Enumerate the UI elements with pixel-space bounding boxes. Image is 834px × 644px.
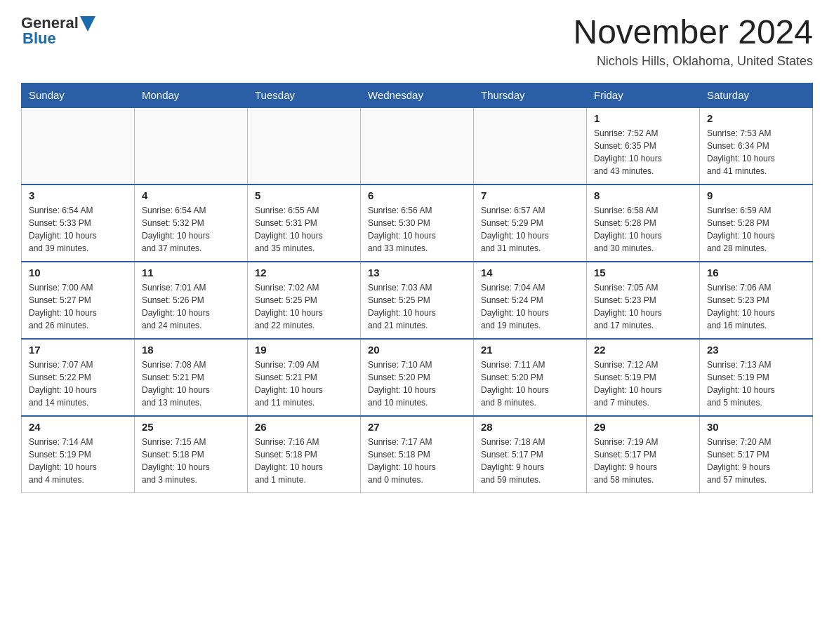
day-info: Sunrise: 7:07 AM Sunset: 5:22 PM Dayligh… <box>29 358 127 409</box>
calendar-cell: 7Sunrise: 6:57 AM Sunset: 5:29 PM Daylig… <box>474 185 587 262</box>
weekday-header-tuesday: Tuesday <box>248 83 361 107</box>
calendar-cell: 17Sunrise: 7:07 AM Sunset: 5:22 PM Dayli… <box>22 339 135 416</box>
calendar-cell: 16Sunrise: 7:06 AM Sunset: 5:23 PM Dayli… <box>700 262 813 339</box>
month-title: November 2024 <box>573 14 813 51</box>
calendar-cell <box>22 107 135 185</box>
calendar-cell: 27Sunrise: 7:17 AM Sunset: 5:18 PM Dayli… <box>361 416 474 493</box>
logo-triangle-icon <box>80 16 95 32</box>
day-info: Sunrise: 7:53 AM Sunset: 6:34 PM Dayligh… <box>707 127 805 177</box>
calendar-cell: 9Sunrise: 6:59 AM Sunset: 5:28 PM Daylig… <box>700 185 813 262</box>
day-info: Sunrise: 7:03 AM Sunset: 5:25 PM Dayligh… <box>368 281 466 332</box>
day-info: Sunrise: 6:55 AM Sunset: 5:31 PM Dayligh… <box>255 204 353 255</box>
week-row-2: 3Sunrise: 6:54 AM Sunset: 5:33 PM Daylig… <box>22 185 813 262</box>
day-number: 1 <box>594 112 692 124</box>
day-number: 8 <box>594 189 692 201</box>
day-info: Sunrise: 7:08 AM Sunset: 5:21 PM Dayligh… <box>142 358 240 409</box>
title-area: November 2024 Nichols Hills, Oklahoma, U… <box>573 14 813 69</box>
calendar-cell: 19Sunrise: 7:09 AM Sunset: 5:21 PM Dayli… <box>248 339 361 416</box>
week-row-1: 1Sunrise: 7:52 AM Sunset: 6:35 PM Daylig… <box>22 107 813 185</box>
day-number: 23 <box>707 344 805 356</box>
day-number: 2 <box>707 112 805 124</box>
day-info: Sunrise: 7:16 AM Sunset: 5:18 PM Dayligh… <box>255 436 353 486</box>
day-info: Sunrise: 7:09 AM Sunset: 5:21 PM Dayligh… <box>255 358 353 409</box>
weekday-header-wednesday: Wednesday <box>361 83 474 107</box>
week-row-3: 10Sunrise: 7:00 AM Sunset: 5:27 PM Dayli… <box>22 262 813 339</box>
day-number: 22 <box>594 344 692 356</box>
day-info: Sunrise: 6:57 AM Sunset: 5:29 PM Dayligh… <box>481 204 579 255</box>
weekday-header-saturday: Saturday <box>700 83 813 107</box>
day-number: 21 <box>481 344 579 356</box>
day-number: 13 <box>368 267 466 279</box>
day-number: 7 <box>481 189 579 201</box>
day-number: 28 <box>481 421 579 433</box>
day-info: Sunrise: 7:02 AM Sunset: 5:25 PM Dayligh… <box>255 281 353 332</box>
day-number: 17 <box>29 344 127 356</box>
calendar-cell <box>135 107 248 185</box>
day-info: Sunrise: 7:01 AM Sunset: 5:26 PM Dayligh… <box>142 281 240 332</box>
day-number: 18 <box>142 344 240 356</box>
logo-blue-text: Blue <box>22 29 56 48</box>
calendar-cell: 30Sunrise: 7:20 AM Sunset: 5:17 PM Dayli… <box>700 416 813 493</box>
calendar-cell <box>248 107 361 185</box>
day-info: Sunrise: 7:52 AM Sunset: 6:35 PM Dayligh… <box>594 127 692 177</box>
calendar-cell: 12Sunrise: 7:02 AM Sunset: 5:25 PM Dayli… <box>248 262 361 339</box>
calendar-cell: 18Sunrise: 7:08 AM Sunset: 5:21 PM Dayli… <box>135 339 248 416</box>
day-number: 26 <box>255 421 353 433</box>
day-info: Sunrise: 7:18 AM Sunset: 5:17 PM Dayligh… <box>481 436 579 486</box>
calendar-cell: 21Sunrise: 7:11 AM Sunset: 5:20 PM Dayli… <box>474 339 587 416</box>
calendar-cell: 25Sunrise: 7:15 AM Sunset: 5:18 PM Dayli… <box>135 416 248 493</box>
day-info: Sunrise: 7:14 AM Sunset: 5:19 PM Dayligh… <box>29 436 127 486</box>
day-number: 19 <box>255 344 353 356</box>
day-number: 4 <box>142 189 240 201</box>
weekday-header-row: SundayMondayTuesdayWednesdayThursdayFrid… <box>22 83 813 107</box>
weekday-header-thursday: Thursday <box>474 83 587 107</box>
calendar-cell: 22Sunrise: 7:12 AM Sunset: 5:19 PM Dayli… <box>587 339 700 416</box>
week-row-4: 17Sunrise: 7:07 AM Sunset: 5:22 PM Dayli… <box>22 339 813 416</box>
day-number: 5 <box>255 189 353 201</box>
day-number: 16 <box>707 267 805 279</box>
day-number: 20 <box>368 344 466 356</box>
day-info: Sunrise: 7:17 AM Sunset: 5:18 PM Dayligh… <box>368 436 466 486</box>
day-number: 11 <box>142 267 240 279</box>
day-number: 14 <box>481 267 579 279</box>
weekday-header-monday: Monday <box>135 83 248 107</box>
calendar-cell: 24Sunrise: 7:14 AM Sunset: 5:19 PM Dayli… <box>22 416 135 493</box>
calendar-table: SundayMondayTuesdayWednesdayThursdayFrid… <box>21 83 813 494</box>
calendar-cell: 5Sunrise: 6:55 AM Sunset: 5:31 PM Daylig… <box>248 185 361 262</box>
day-number: 10 <box>29 267 127 279</box>
day-number: 3 <box>29 189 127 201</box>
svg-marker-0 <box>80 16 95 32</box>
day-info: Sunrise: 7:15 AM Sunset: 5:18 PM Dayligh… <box>142 436 240 486</box>
calendar-cell: 1Sunrise: 7:52 AM Sunset: 6:35 PM Daylig… <box>587 107 700 185</box>
week-row-5: 24Sunrise: 7:14 AM Sunset: 5:19 PM Dayli… <box>22 416 813 493</box>
logo: General Blue <box>21 14 95 48</box>
calendar-cell: 11Sunrise: 7:01 AM Sunset: 5:26 PM Dayli… <box>135 262 248 339</box>
day-info: Sunrise: 6:54 AM Sunset: 5:32 PM Dayligh… <box>142 204 240 255</box>
day-info: Sunrise: 6:56 AM Sunset: 5:30 PM Dayligh… <box>368 204 466 255</box>
weekday-header-friday: Friday <box>587 83 700 107</box>
day-info: Sunrise: 6:58 AM Sunset: 5:28 PM Dayligh… <box>594 204 692 255</box>
calendar-cell: 10Sunrise: 7:00 AM Sunset: 5:27 PM Dayli… <box>22 262 135 339</box>
day-info: Sunrise: 7:12 AM Sunset: 5:19 PM Dayligh… <box>594 358 692 409</box>
day-number: 24 <box>29 421 127 433</box>
day-info: Sunrise: 7:05 AM Sunset: 5:23 PM Dayligh… <box>594 281 692 332</box>
calendar-cell: 6Sunrise: 6:56 AM Sunset: 5:30 PM Daylig… <box>361 185 474 262</box>
day-info: Sunrise: 7:19 AM Sunset: 5:17 PM Dayligh… <box>594 436 692 486</box>
calendar-cell <box>361 107 474 185</box>
calendar-cell: 8Sunrise: 6:58 AM Sunset: 5:28 PM Daylig… <box>587 185 700 262</box>
calendar-cell: 14Sunrise: 7:04 AM Sunset: 5:24 PM Dayli… <box>474 262 587 339</box>
day-number: 29 <box>594 421 692 433</box>
day-number: 25 <box>142 421 240 433</box>
header: General Blue November 2024 Nichols Hills… <box>21 14 813 69</box>
day-number: 30 <box>707 421 805 433</box>
day-number: 12 <box>255 267 353 279</box>
day-number: 27 <box>368 421 466 433</box>
calendar-cell: 2Sunrise: 7:53 AM Sunset: 6:34 PM Daylig… <box>700 107 813 185</box>
day-info: Sunrise: 7:00 AM Sunset: 5:27 PM Dayligh… <box>29 281 127 332</box>
day-info: Sunrise: 7:11 AM Sunset: 5:20 PM Dayligh… <box>481 358 579 409</box>
day-info: Sunrise: 7:20 AM Sunset: 5:17 PM Dayligh… <box>707 436 805 486</box>
day-info: Sunrise: 6:59 AM Sunset: 5:28 PM Dayligh… <box>707 204 805 255</box>
calendar-cell: 20Sunrise: 7:10 AM Sunset: 5:20 PM Dayli… <box>361 339 474 416</box>
calendar-cell: 3Sunrise: 6:54 AM Sunset: 5:33 PM Daylig… <box>22 185 135 262</box>
day-number: 9 <box>707 189 805 201</box>
